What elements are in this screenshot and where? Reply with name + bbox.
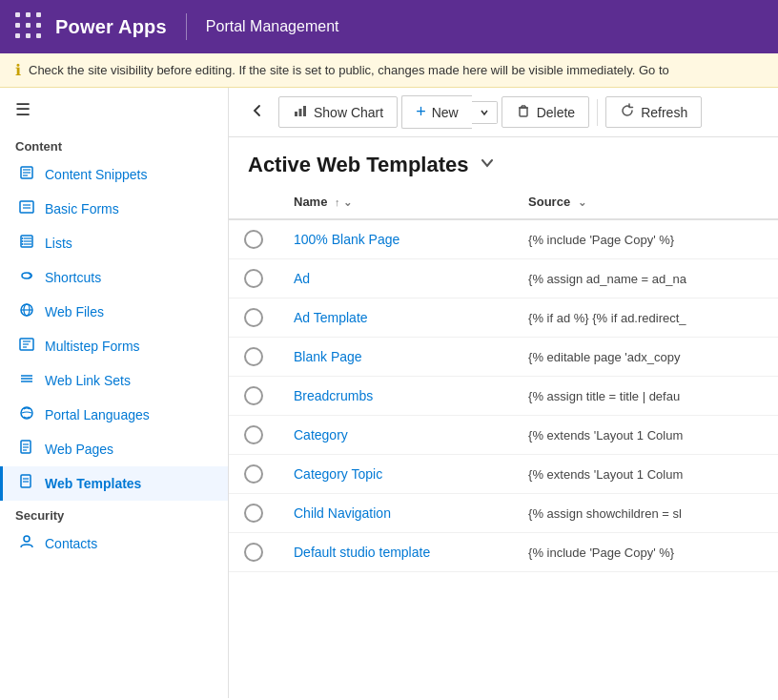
sidebar-item-shortcuts[interactable]: Shortcuts xyxy=(0,260,228,295)
back-button[interactable] xyxy=(240,97,275,128)
row-name-link[interactable]: Breadcrumbs xyxy=(294,388,373,403)
table-row: Category{% extends 'Layout 1 Colum xyxy=(229,416,778,455)
row-select-circle[interactable] xyxy=(244,230,263,249)
row-select-cell xyxy=(229,219,278,259)
page-header: Active Web Templates xyxy=(229,137,778,185)
sidebar-item-lists[interactable]: Lists xyxy=(0,226,228,260)
row-select-circle[interactable] xyxy=(244,425,263,444)
select-column-header xyxy=(229,185,278,219)
row-select-cell xyxy=(229,494,278,533)
svg-point-32 xyxy=(24,536,30,542)
row-name-cell: Breadcrumbs xyxy=(278,377,513,416)
toolbar: Show Chart + New Delete xyxy=(229,88,778,137)
hamburger-button[interactable]: ☰ xyxy=(0,88,228,132)
row-select-circle[interactable] xyxy=(244,308,263,327)
new-dropdown-button[interactable] xyxy=(472,101,498,124)
sidebar-item-web-files[interactable]: Web Files xyxy=(0,295,228,329)
sidebar-item-web-templates[interactable]: Web Templates xyxy=(0,466,228,501)
sidebar-item-label: Web Pages xyxy=(45,442,113,457)
refresh-icon xyxy=(620,103,635,121)
security-section-label: Security xyxy=(0,501,228,526)
svg-point-12 xyxy=(22,240,24,242)
basic-forms-icon xyxy=(18,199,35,218)
row-select-circle[interactable] xyxy=(244,269,263,288)
row-select-circle[interactable] xyxy=(244,386,263,405)
delete-icon xyxy=(516,103,531,121)
row-name-link[interactable]: Category Topic xyxy=(294,466,382,482)
svg-point-13 xyxy=(22,243,24,245)
multistep-forms-icon xyxy=(18,337,35,356)
row-name-cell: Category xyxy=(278,416,513,455)
main-layout: ☰ Content Content Snippets Basic Forms L… xyxy=(0,88,778,698)
chart-icon xyxy=(293,103,308,121)
row-source-cell: {% extends 'Layout 1 Colum xyxy=(513,455,778,494)
table-row: Ad{% assign ad_name = ad_na xyxy=(229,259,778,299)
row-name-link[interactable]: Child Navigation xyxy=(294,505,391,521)
row-name-cell: 100% Blank Page xyxy=(278,219,513,259)
app-name-logo: Power Apps xyxy=(55,16,167,38)
row-name-cell: Child Navigation xyxy=(278,494,513,533)
row-name-link[interactable]: Ad xyxy=(294,271,310,286)
new-button[interactable]: + New xyxy=(401,95,472,129)
row-name-cell: Blank Page xyxy=(278,338,513,377)
sidebar-item-label: Shortcuts xyxy=(45,270,101,285)
sidebar-item-basic-forms[interactable]: Basic Forms xyxy=(0,192,228,226)
row-select-cell xyxy=(229,259,278,299)
row-source-cell: {% assign ad_name = ad_na xyxy=(513,259,778,299)
sidebar-item-web-link-sets[interactable]: Web Link Sets xyxy=(0,363,228,398)
sidebar-item-content-snippets[interactable]: Content Snippets xyxy=(0,157,228,192)
table-row: 100% Blank Page{% include 'Page Copy' %} xyxy=(229,219,778,259)
sidebar-item-label: Lists xyxy=(45,236,72,251)
row-select-circle[interactable] xyxy=(244,464,263,484)
svg-point-11 xyxy=(22,237,24,239)
row-name-link[interactable]: Category xyxy=(294,427,348,443)
refresh-label: Refresh xyxy=(641,105,687,120)
row-source-cell: {% include 'Page Copy' %} xyxy=(513,219,778,259)
web-files-icon xyxy=(18,302,35,321)
source-column-header[interactable]: Source ⌄ xyxy=(513,185,778,219)
sidebar-item-web-pages[interactable]: Web Pages xyxy=(0,432,228,466)
row-name-link[interactable]: Default studio template xyxy=(294,545,430,560)
row-select-cell xyxy=(229,533,278,572)
table-row: Ad Template{% if ad %} {% if ad.redirect… xyxy=(229,299,778,338)
row-name-link[interactable]: Ad Template xyxy=(294,310,368,325)
row-name-cell: Default studio template xyxy=(278,533,513,572)
sidebar-item-multistep-forms[interactable]: Multistep Forms xyxy=(0,329,228,363)
app-grid-icon[interactable] xyxy=(15,12,44,41)
top-bar: Power Apps Portal Management xyxy=(0,0,778,53)
row-select-circle[interactable] xyxy=(244,543,263,562)
table-row: Breadcrumbs{% assign title = title | def… xyxy=(229,377,778,416)
new-label: New xyxy=(432,105,459,120)
content-area: Show Chart + New Delete xyxy=(229,88,778,698)
row-source-cell: {% assign title = title | defau xyxy=(513,377,778,416)
sidebar-item-label: Content Snippets xyxy=(45,167,147,182)
info-bar-message: Check the site visibility before editing… xyxy=(29,63,669,77)
row-name-link[interactable]: 100% Blank Page xyxy=(294,232,399,247)
row-source-cell: {% extends 'Layout 1 Colum xyxy=(513,416,778,455)
row-select-circle[interactable] xyxy=(244,504,263,523)
lists-icon xyxy=(18,234,35,253)
row-select-circle[interactable] xyxy=(244,347,263,366)
row-select-cell xyxy=(229,416,278,455)
table-row: Default studio template{% include 'Page … xyxy=(229,533,778,572)
portal-languages-icon xyxy=(18,405,35,424)
row-select-cell xyxy=(229,377,278,416)
plus-icon: + xyxy=(416,102,426,122)
sidebar-item-label: Basic Forms xyxy=(45,201,119,216)
delete-button[interactable]: Delete xyxy=(502,96,589,128)
show-chart-button[interactable]: Show Chart xyxy=(278,96,398,128)
row-name-cell: Category Topic xyxy=(278,455,513,494)
contacts-icon xyxy=(18,534,35,553)
show-chart-label: Show Chart xyxy=(314,105,383,120)
page-title-dropdown-icon[interactable] xyxy=(478,154,497,177)
refresh-button[interactable]: Refresh xyxy=(605,96,702,128)
sidebar-item-portal-languages[interactable]: Portal Languages xyxy=(0,398,228,432)
name-column-header[interactable]: Name ↑ ⌄ xyxy=(278,185,513,219)
svg-rect-34 xyxy=(299,109,302,116)
row-name-link[interactable]: Blank Page xyxy=(294,349,362,364)
sidebar: ☰ Content Content Snippets Basic Forms L… xyxy=(0,88,229,698)
portal-management-title: Portal Management xyxy=(206,18,339,35)
row-name-cell: Ad Template xyxy=(278,299,513,338)
sidebar-item-contacts[interactable]: Contacts xyxy=(0,526,228,561)
table-row: Child Navigation{% assign showchildren =… xyxy=(229,494,778,533)
